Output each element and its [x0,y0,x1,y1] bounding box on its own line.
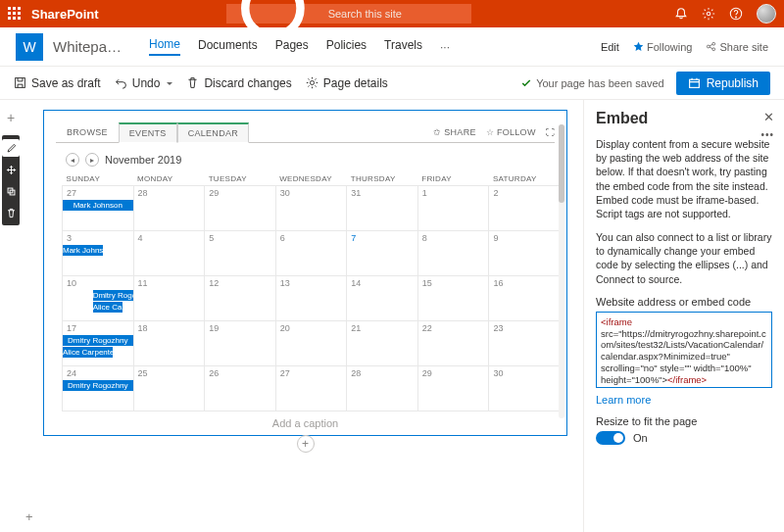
day-cell[interactable]: 1 [417,186,489,231]
page-canvas: BROWSE EVENTS CALENDAR ✩ SHARE ☆ FOLLOW … [22,100,583,532]
calendar-share[interactable]: ✩ SHARE [433,127,476,137]
calendar-event[interactable]: Mark Johnson [63,245,103,256]
page-details-button[interactable]: Page details [306,76,388,90]
day-cell[interactable]: 28 [347,366,418,411]
calendar-event[interactable]: Alice Carpenter [63,347,113,358]
dow-header: THURSDAY [347,172,418,186]
day-cell[interactable]: 25 [133,366,205,411]
site-nav: Home Documents Pages Policies Travels ··… [149,37,450,56]
day-cell[interactable]: 10Dmitry RogozhnyAlice Carpenter [63,276,134,321]
user-avatar[interactable] [757,4,776,24]
day-cell[interactable]: 21 [347,321,418,366]
calendar-follow[interactable]: ☆ FOLLOW [486,127,536,137]
nav-travels[interactable]: Travels [384,38,422,55]
calendar-event[interactable]: Mark Johnson [63,200,133,211]
site-title[interactable]: Whitepape... [53,38,129,55]
prev-month-button[interactable]: ◂ [66,153,79,167]
discard-button[interactable]: Discard changes [186,76,291,90]
panel-more-button[interactable]: ••• [760,129,774,140]
learn-more-link[interactable]: Learn more [596,394,651,406]
calendar-event[interactable]: Alice Carpenter [93,302,123,313]
nav-pages[interactable]: Pages [275,38,309,55]
day-cell[interactable]: 27 [275,366,347,411]
day-cell[interactable]: 11 [133,276,205,321]
add-section-bottom[interactable]: + [25,509,33,524]
nav-policies[interactable]: Policies [326,38,367,55]
resize-toggle[interactable] [596,431,625,445]
share-icon [706,41,716,52]
day-cell[interactable]: 12 [205,276,276,321]
following-link[interactable]: Following [633,41,693,53]
caption-input[interactable]: Add a caption [56,411,555,431]
svg-point-6 [712,42,715,45]
settings-icon[interactable] [702,7,715,21]
duplicate-webpart-button[interactable] [2,182,20,200]
star-filled-icon [633,41,644,52]
day-cell[interactable]: 29 [205,186,276,231]
day-cell[interactable]: 26 [205,366,276,411]
dow-header: SUNDAY [63,172,134,186]
day-cell[interactable]: 14 [347,276,418,321]
day-cell[interactable]: 19 [205,321,276,366]
edit-webpart-button[interactable] [2,139,20,157]
day-cell[interactable]: 7 [347,231,418,276]
focus-icon[interactable]: ⛶ [546,127,555,137]
embed-code-input[interactable]: <iframe src="https://dmitryrogozhny.shar… [596,312,772,388]
nav-documents[interactable]: Documents [198,38,258,55]
day-cell[interactable]: 29 [417,366,489,411]
dow-header: SATURDAY [489,172,561,186]
tab-calendar[interactable]: CALENDAR [177,122,249,143]
next-month-button[interactable]: ▸ [85,153,99,167]
site-logo[interactable]: W [16,33,43,61]
day-cell[interactable]: 8 [417,231,489,276]
day-cell[interactable]: 9 [489,231,561,276]
add-webpart-button[interactable]: + [297,435,315,453]
day-cell[interactable]: 2 [489,186,561,231]
add-section-button[interactable]: + [7,110,15,125]
dow-header: FRIDAY [417,172,489,186]
move-webpart-button[interactable] [2,161,20,178]
day-cell[interactable]: 30 [489,366,561,411]
delete-webpart-button[interactable] [2,204,20,221]
day-cell[interactable]: 15 [417,276,489,321]
day-cell[interactable]: 4 [133,231,205,276]
day-cell[interactable]: 28 [133,186,205,231]
day-cell[interactable]: 16 [489,276,561,321]
day-cell[interactable]: 31 [347,186,418,231]
day-cell[interactable]: 13 [275,276,347,321]
republish-button[interactable]: Republish [676,72,770,95]
edit-nav-link[interactable]: Edit [601,41,619,53]
day-cell[interactable]: 22 [417,321,489,366]
day-cell[interactable]: 23 [489,321,561,366]
save-icon [14,76,26,89]
day-cell[interactable]: 5 [205,231,276,276]
day-cell[interactable]: 27Mark Johnson [63,186,134,231]
undo-button[interactable]: Undo [115,76,173,90]
calendar-event[interactable]: Dmitry Rogozhny [63,380,133,391]
app-launcher-icon[interactable] [8,7,22,21]
day-cell[interactable]: 17Dmitry RogozhnyAlice Carpenter [63,321,134,366]
day-cell[interactable]: 24Dmitry Rogozhny [63,366,134,411]
calendar-event[interactable]: Dmitry Rogozhny [63,335,133,346]
save-draft-button[interactable]: Save as draft [14,76,101,90]
day-cell[interactable]: 18 [133,321,205,366]
close-panel-button[interactable]: ✕ [763,110,774,124]
help-icon[interactable] [729,7,743,21]
day-cell[interactable]: 3Mark Johnson [63,231,134,276]
tab-browse[interactable]: BROWSE [56,122,119,142]
property-panel: ✕ ••• Embed Display content from a secur… [583,100,784,532]
share-site-link[interactable]: Share site [706,41,768,53]
calendar-event[interactable]: Dmitry Rogozhny [93,290,133,301]
svg-line-8 [710,44,713,45]
command-bar: Save as draft Undo Discard changes Page … [0,67,784,100]
day-cell[interactable]: 30 [275,186,347,231]
embed-webpart[interactable]: BROWSE EVENTS CALENDAR ✩ SHARE ☆ FOLLOW … [43,110,567,436]
day-cell[interactable]: 20 [275,321,347,366]
day-cell[interactable]: 6 [275,231,347,276]
search-input[interactable] [328,8,464,20]
nav-more[interactable]: ··· [440,40,450,54]
nav-home[interactable]: Home [149,37,180,56]
notifications-icon[interactable] [674,7,688,21]
search-box[interactable] [226,4,471,24]
tab-events[interactable]: EVENTS [119,122,177,143]
